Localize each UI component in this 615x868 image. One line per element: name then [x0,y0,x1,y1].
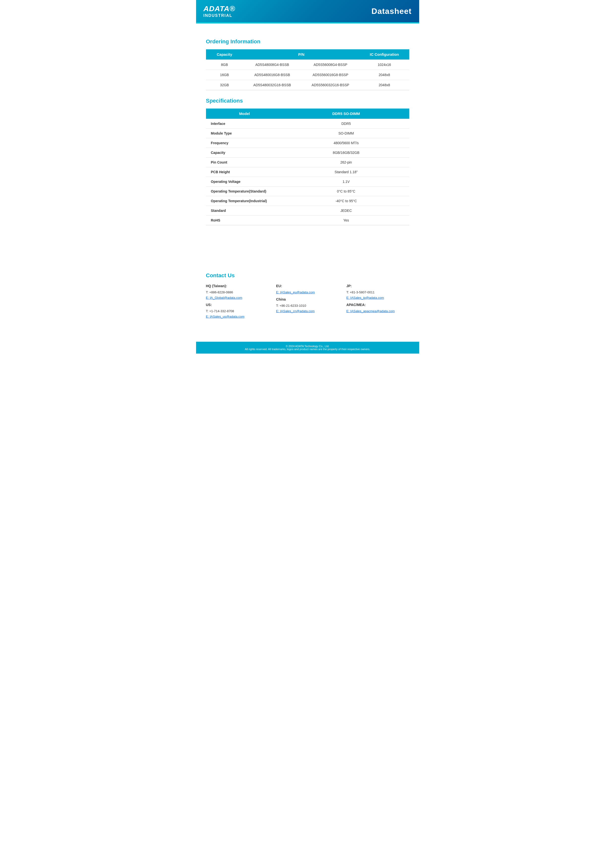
ordering-capacity: 8GB [206,60,243,70]
ordering-header-ic: IC Configuration [360,49,409,60]
contact-section-title: Contact Us [206,272,409,279]
contact-sub-email[interactable]: E: IASales_apacmea@adata.com [346,309,409,314]
ordering-pn2: AD5S560032G16-BSSP [301,80,360,90]
specs-label: Operating Voltage [206,177,283,187]
specs-value: DDR5 [283,119,409,129]
contact-region: EU: [276,283,339,289]
specs-label: PCB Height [206,167,283,177]
footer-subtext: All rights reserved. All trademarks, log… [201,348,414,351]
specs-value: -40°C to 95°C [283,196,409,206]
specs-row: Frequency 4800/5600 MT/s [206,138,409,148]
contact-col: EU:E: IASales_eu@adata.comChinaT: +86-21… [276,283,339,319]
contact-sub-phone: T: +86-21-6233-1010 [276,303,339,309]
specs-table: Model DDR5 SO-DIMM Interface DDR5 Module… [206,109,409,225]
contact-email[interactable]: E: IASales_jp@adata.com [346,295,409,301]
specs-section-title: Specifications [206,98,409,104]
ordering-ic: 1024x16 [360,60,409,70]
specs-row: Operating Temperature(Industrial) -40°C … [206,196,409,206]
contact-email[interactable]: E: IASales_eu@adata.com [276,290,339,295]
ordering-section-title: Ordering Information [206,38,409,45]
footer-text: © 2024 ADATA Technology Co., Ltd. [201,345,414,348]
contact-sub-email[interactable]: E: IASales_cn@adata.com [276,309,339,314]
contact-col: JP:T: +81-3-5807-0011E: IASales_jp@adata… [346,283,409,319]
contact-phone: T: +886-8228-0886 [206,290,269,295]
specs-label: RoHS [206,215,283,225]
specs-row: PCB Height Standard 1.18" [206,167,409,177]
specs-value: 262-pin [283,157,409,167]
ordering-pn1: AD5S48008G4-BSSB [243,60,301,70]
ordering-capacity: 16GB [206,70,243,80]
specs-value: SO-DIMM [283,129,409,138]
logo-container: ADATA® INDUSTRIAL [203,5,236,18]
contact-email[interactable]: E: IA_Global@adata.com [206,295,269,301]
ordering-ic: 2048x8 [360,70,409,80]
ordering-ic: 2048x8 [360,80,409,90]
ordering-capacity: 32GB [206,80,243,90]
ordering-row: 8GB AD5S48008G4-BSSB AD5S56008G4-BSSP 10… [206,60,409,70]
page-title: Datasheet [371,7,412,16]
ordering-pn1: AD5S480032G16-BSSB [243,80,301,90]
ordering-header-pn: P/N [243,49,360,60]
specs-label: Pin Count [206,157,283,167]
specs-value: 4800/5600 MT/s [283,138,409,148]
contact-region: JP: [346,283,409,289]
specs-row: Standard JEDEC [206,206,409,215]
page-header: ADATA® INDUSTRIAL Datasheet [196,0,419,22]
specs-value: 0°C to 85°C [283,187,409,196]
ordering-header-capacity: Capacity [206,49,243,60]
logo-industrial: INDUSTRIAL [203,13,236,18]
specs-label: Operating Temperature(Industrial) [206,196,283,206]
specs-header-value: DDR5 SO-DIMM [283,109,409,119]
specs-row: Operating Voltage 1.1V [206,177,409,187]
specs-label: Frequency [206,138,283,148]
specs-header-model: Model [206,109,283,119]
specs-value: Standard 1.18" [283,167,409,177]
specs-label: Operating Temperature(Standard) [206,187,283,196]
contact-grid: HQ (Taiwan):T: +886-8228-0886E: IA_Globa… [206,283,409,319]
specs-value: 1.1V [283,177,409,187]
specs-row: Operating Temperature(Standard) 0°C to 8… [206,187,409,196]
contact-sub-phone: T: +1-714-332-8708 [206,309,269,314]
contact-section: Contact Us HQ (Taiwan):T: +886-8228-0886… [206,262,409,319]
specs-value: 8GB/16GB/32GB [283,148,409,157]
specs-label: Interface [206,119,283,129]
specs-value: JEDEC [283,206,409,215]
specs-row: Interface DDR5 [206,119,409,129]
contact-sub-email[interactable]: E: IASales_us@adata.com [206,314,269,319]
specs-row: Pin Count 262-pin [206,157,409,167]
contact-sub-region: China [276,297,339,302]
main-content: Ordering Information Capacity P/N IC Con… [196,23,419,327]
specs-row: Module Type SO-DIMM [206,129,409,138]
specs-label: Standard [206,206,283,215]
specs-row: RoHS Yes [206,215,409,225]
specs-label: Capacity [206,148,283,157]
contact-sub-region: US: [206,302,269,308]
specs-row: Capacity 8GB/16GB/32GB [206,148,409,157]
page-footer: © 2024 ADATA Technology Co., Ltd. All ri… [196,342,419,354]
contact-region: HQ (Taiwan): [206,283,269,289]
contact-col: HQ (Taiwan):T: +886-8228-0886E: IA_Globa… [206,283,269,319]
ordering-pn2: AD5S56008G4-BSSP [301,60,360,70]
ordering-table: Capacity P/N IC Configuration 8GB AD5S48… [206,49,409,90]
ordering-row: 32GB AD5S480032G16-BSSB AD5S560032G16-BS… [206,80,409,90]
contact-sub-region: APAC/MEA: [346,302,409,308]
ordering-pn2: AD5S560016G8-BSSP [301,70,360,80]
logo-adata: ADATA® [203,5,236,13]
specs-label: Module Type [206,129,283,138]
ordering-pn1: AD5S480016G8-BSSB [243,70,301,80]
specs-value: Yes [283,215,409,225]
ordering-row: 16GB AD5S480016G8-BSSB AD5S560016G8-BSSP… [206,70,409,80]
contact-phone: T: +81-3-5807-0011 [346,290,409,295]
